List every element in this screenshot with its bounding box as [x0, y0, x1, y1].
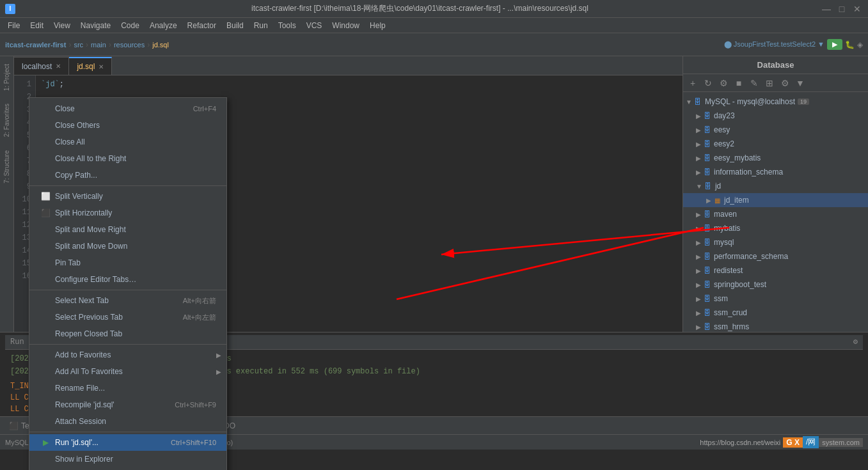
ssm-hrms-icon: 🗄: [702, 322, 711, 331]
debug-button[interactable]: 🐛: [845, 40, 855, 49]
title-bar: I itcast-crawler-first [D:\itheima\18-网络…: [0, 0, 868, 18]
ctx-split-move-down[interactable]: Split and Move Down: [29, 238, 226, 255]
tree-item-ssm-hrms[interactable]: ▶ 🗄 ssm_hrms: [683, 320, 868, 332]
ctx-close[interactable]: Close Ctrl+F4: [29, 100, 226, 117]
db-filter-button[interactable]: ⚙: [716, 76, 730, 90]
db-table-button[interactable]: ⊞: [762, 76, 777, 90]
menu-help[interactable]: Help: [365, 20, 391, 31]
menu-tools[interactable]: Tools: [273, 20, 301, 31]
resources-label: resources: [114, 41, 145, 49]
ctx-sep4: [29, 432, 226, 432]
mybatis-icon: 🗄: [702, 224, 711, 233]
menu-window[interactable]: Window: [327, 20, 365, 31]
tree-item-redistest[interactable]: ▶ 🗄 redistest: [683, 263, 868, 278]
tree-item-performance-schema[interactable]: ▶ 🗄 performance_schema: [683, 249, 868, 263]
tree-item-day23[interactable]: ▶ 🗄 day23: [683, 109, 868, 123]
tree-item-information-schema[interactable]: ▶ 🗄 information_schema: [683, 165, 868, 179]
ctx-add-favorites[interactable]: Add to Favorites: [29, 347, 226, 363]
menu-run[interactable]: Run: [249, 20, 273, 31]
ctx-recompile[interactable]: Recompile 'jd.sql' Ctrl+Shift+F9: [29, 396, 226, 413]
favorites-sidebar-label[interactable]: 2: Favorites: [3, 104, 10, 137]
main-label: main: [91, 41, 106, 49]
structure-sidebar-label[interactable]: 7: Structure: [3, 150, 10, 184]
menu-refactor[interactable]: Refactor: [182, 20, 221, 31]
tree-item-eesy-mybatis[interactable]: ▶ 🗄 eesy_mybatis: [683, 151, 868, 165]
terminal-icon: ⬛: [9, 421, 19, 430]
ctx-close-all[interactable]: Close All: [29, 134, 226, 150]
db-add-button[interactable]: +: [686, 76, 700, 90]
minimize-button[interactable]: —: [821, 3, 832, 15]
ctx-close-others[interactable]: Close Others: [29, 117, 226, 134]
ctx-add-all-favorites[interactable]: Add All To Favorites: [29, 363, 226, 380]
ctx-reopen-closed[interactable]: Reopen Closed Tab: [29, 325, 226, 342]
tree-item-jd-item[interactable]: ▶ ▦ jd_item: [683, 193, 868, 207]
close-button[interactable]: ✕: [851, 3, 863, 15]
menu-navigate[interactable]: Navigate: [75, 20, 116, 31]
window-title: itcast-crawler-first [D:\itheima\18-网络爬虫…: [19, 3, 821, 14]
mysql-icon2: 🗄: [702, 238, 711, 247]
menu-build[interactable]: Build: [221, 20, 249, 31]
db-refresh-button[interactable]: ↻: [701, 76, 715, 90]
coverage-button[interactable]: ◈: [857, 40, 863, 49]
ctx-split-move-right[interactable]: Split and Move Right: [29, 221, 226, 238]
database-panel-title: Database: [683, 56, 868, 74]
ctx-copy-path[interactable]: Copy Path...: [29, 167, 226, 184]
ctx-prev-tab[interactable]: Select Previous Tab Alt+向左箭: [29, 309, 226, 325]
tree-item-springboot-test[interactable]: ▶ 🗄 springboot_test: [683, 278, 868, 292]
springboot-test-icon: 🗄: [702, 280, 711, 289]
ctx-close-all-right[interactable]: Close All to the Right: [29, 150, 226, 167]
ctx-configure-tabs[interactable]: Configure Editor Tabs…: [29, 271, 226, 288]
toolbar: itcast-crawler-first › src › main › reso…: [0, 33, 868, 56]
menu-vcs[interactable]: VCS: [301, 20, 327, 31]
tree-item-maven[interactable]: ▶ 🗄 maven: [683, 207, 868, 221]
eesy-mybatis-icon: 🗄: [702, 153, 711, 162]
menu-edit[interactable]: Edit: [25, 20, 49, 31]
tab-bar: localhost ✕ jd.sql ✕: [14, 56, 683, 75]
tree-item-ssm-crud[interactable]: ▶ 🗄 ssm_crud: [683, 306, 868, 320]
db-funnel-button[interactable]: ▼: [793, 76, 807, 90]
ctx-sep1: [29, 185, 226, 186]
tree-item-eesy[interactable]: ▶ 🗄 eesy: [683, 123, 868, 137]
db-stop-button[interactable]: ■: [732, 76, 746, 90]
db-edit-button[interactable]: ✎: [747, 76, 761, 90]
ctx-sep3: [29, 344, 226, 345]
ctx-show-explorer[interactable]: Show in Explorer: [29, 451, 226, 467]
tab-jd-sql[interactable]: jd.sql ✕: [69, 57, 112, 75]
ctx-attach-session[interactable]: Attach Session: [29, 413, 226, 430]
src-label: src: [74, 41, 83, 49]
project-sidebar-label[interactable]: 1: Project: [3, 64, 10, 91]
menu-code[interactable]: Code: [116, 20, 145, 31]
tree-item-eesy2[interactable]: ▶ 🗄 eesy2: [683, 137, 868, 151]
jd-item-icon: ▦: [713, 196, 722, 205]
menu-view[interactable]: View: [49, 20, 75, 31]
tab-localhost-close[interactable]: ✕: [56, 63, 61, 70]
maven-icon: 🗄: [702, 210, 711, 219]
db-settings-button[interactable]: ⚙: [778, 76, 792, 90]
ctx-file-path[interactable]: File Path Ctrl+Alt+F12: [29, 467, 226, 470]
net-watermark: /网: [803, 436, 819, 448]
tree-item-mysql[interactable]: ▶ 🗄 mysql: [683, 235, 868, 249]
system-watermark: system.com: [819, 438, 863, 447]
ctx-rename-file[interactable]: Rename File...: [29, 380, 226, 396]
run-button[interactable]: ▶: [827, 39, 842, 50]
ctx-run-sql[interactable]: ▶ Run 'jd.sql'... Ctrl+Shift+F10: [29, 434, 226, 451]
menu-analyze[interactable]: Analyze: [145, 20, 182, 31]
eesy-icon: 🗄: [702, 125, 711, 134]
tree-item-ssm[interactable]: ▶ 🗄 ssm: [683, 292, 868, 306]
tab-jd-sql-close[interactable]: ✕: [99, 63, 104, 70]
tree-item-jd[interactable]: ▼ 🗄 jd: [683, 179, 868, 193]
gx-watermark: G X: [783, 437, 803, 448]
ctx-pin-tab[interactable]: Pin Tab: [29, 255, 226, 271]
menu-file[interactable]: File: [3, 20, 25, 31]
ctx-next-tab[interactable]: Select Next Tab Alt+向右箭: [29, 292, 226, 309]
tab-localhost[interactable]: localhost ✕: [14, 57, 69, 75]
jd-icon: 🗄: [704, 182, 713, 191]
ctx-split-vertically[interactable]: ⬜ Split Vertically: [29, 188, 226, 205]
maximize-button[interactable]: □: [836, 3, 848, 15]
tree-item-mysql-root[interactable]: ▼ 🗄 MySQL - mysql@localhost 19: [683, 95, 868, 109]
info-schema-icon: 🗄: [702, 168, 711, 176]
tree-item-mybatis[interactable]: ▶ 🗄 mybatis: [683, 221, 868, 235]
database-tree: ▼ 🗄 MySQL - mysql@localhost 19 ▶ 🗄 day23…: [683, 92, 868, 332]
watermark: G X /网 system.com: [783, 436, 863, 448]
ctx-split-horizontally[interactable]: ⬛ Split Horizontally: [29, 205, 226, 221]
